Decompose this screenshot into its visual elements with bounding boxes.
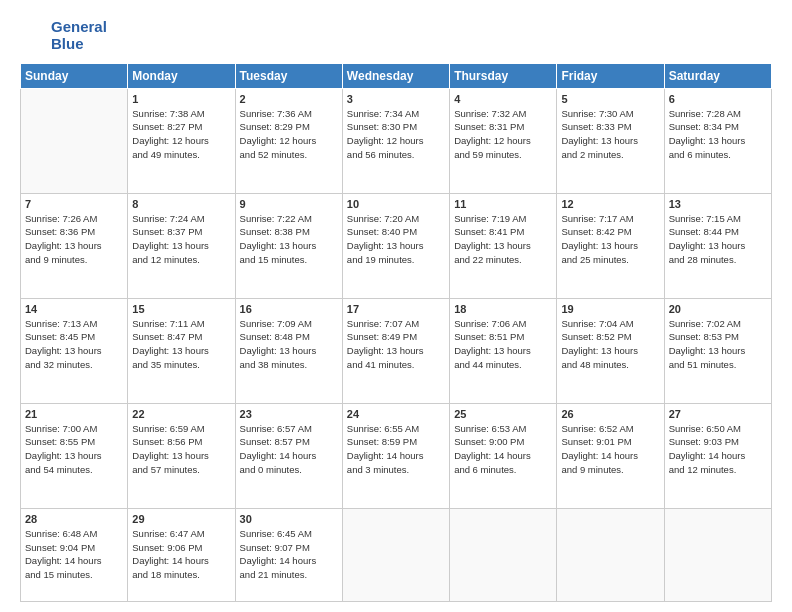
day-number: 16: [240, 303, 338, 315]
calendar-cell: [21, 88, 128, 193]
calendar-cell: 19Sunrise: 7:04 AMSunset: 8:52 PMDayligh…: [557, 298, 664, 403]
calendar-cell: 29Sunrise: 6:47 AMSunset: 9:06 PMDayligh…: [128, 508, 235, 601]
day-number: 10: [347, 198, 445, 210]
calendar-cell: 11Sunrise: 7:19 AMSunset: 8:41 PMDayligh…: [450, 193, 557, 298]
day-info: Sunrise: 6:52 AMSunset: 9:01 PMDaylight:…: [561, 422, 659, 477]
day-info: Sunrise: 7:28 AMSunset: 8:34 PMDaylight:…: [669, 107, 767, 162]
day-info: Sunrise: 7:07 AMSunset: 8:49 PMDaylight:…: [347, 317, 445, 372]
week-row-1: 1Sunrise: 7:38 AMSunset: 8:27 PMDaylight…: [21, 88, 772, 193]
calendar-cell: 15Sunrise: 7:11 AMSunset: 8:47 PMDayligh…: [128, 298, 235, 403]
calendar-cell: 14Sunrise: 7:13 AMSunset: 8:45 PMDayligh…: [21, 298, 128, 403]
calendar-cell: 12Sunrise: 7:17 AMSunset: 8:42 PMDayligh…: [557, 193, 664, 298]
calendar-cell: 17Sunrise: 7:07 AMSunset: 8:49 PMDayligh…: [342, 298, 449, 403]
day-number: 29: [132, 513, 230, 525]
calendar-cell: 30Sunrise: 6:45 AMSunset: 9:07 PMDayligh…: [235, 508, 342, 601]
day-info: Sunrise: 7:13 AMSunset: 8:45 PMDaylight:…: [25, 317, 123, 372]
calendar-cell: 6Sunrise: 7:28 AMSunset: 8:34 PMDaylight…: [664, 88, 771, 193]
weekday-header-row: SundayMondayTuesdayWednesdayThursdayFrid…: [21, 63, 772, 88]
weekday-header-wednesday: Wednesday: [342, 63, 449, 88]
calendar-cell: 28Sunrise: 6:48 AMSunset: 9:04 PMDayligh…: [21, 508, 128, 601]
calendar-cell: 8Sunrise: 7:24 AMSunset: 8:37 PMDaylight…: [128, 193, 235, 298]
day-info: Sunrise: 7:38 AMSunset: 8:27 PMDaylight:…: [132, 107, 230, 162]
calendar-cell: [664, 508, 771, 601]
calendar-cell: [557, 508, 664, 601]
calendar-cell: [342, 508, 449, 601]
day-info: Sunrise: 6:45 AMSunset: 9:07 PMDaylight:…: [240, 527, 338, 582]
week-row-5: 28Sunrise: 6:48 AMSunset: 9:04 PMDayligh…: [21, 508, 772, 601]
logo-line2: Blue: [51, 35, 107, 52]
calendar-cell: 3Sunrise: 7:34 AMSunset: 8:30 PMDaylight…: [342, 88, 449, 193]
calendar-cell: 5Sunrise: 7:30 AMSunset: 8:33 PMDaylight…: [557, 88, 664, 193]
day-number: 2: [240, 93, 338, 105]
logo: GeneralBlue: [20, 18, 107, 53]
day-info: Sunrise: 7:22 AMSunset: 8:38 PMDaylight:…: [240, 212, 338, 267]
calendar-cell: 20Sunrise: 7:02 AMSunset: 8:53 PMDayligh…: [664, 298, 771, 403]
day-number: 5: [561, 93, 659, 105]
day-info: Sunrise: 7:36 AMSunset: 8:29 PMDaylight:…: [240, 107, 338, 162]
calendar-cell: 22Sunrise: 6:59 AMSunset: 8:56 PMDayligh…: [128, 403, 235, 508]
page: GeneralBlue SundayMondayTuesdayWednesday…: [0, 0, 792, 612]
day-info: Sunrise: 7:26 AMSunset: 8:36 PMDaylight:…: [25, 212, 123, 267]
day-number: 28: [25, 513, 123, 525]
weekday-header-friday: Friday: [557, 63, 664, 88]
day-number: 23: [240, 408, 338, 420]
logo-icon: [20, 21, 48, 49]
day-number: 18: [454, 303, 552, 315]
calendar-cell: 25Sunrise: 6:53 AMSunset: 9:00 PMDayligh…: [450, 403, 557, 508]
day-number: 14: [25, 303, 123, 315]
day-info: Sunrise: 7:06 AMSunset: 8:51 PMDaylight:…: [454, 317, 552, 372]
logo-text: GeneralBlue: [51, 18, 107, 53]
day-info: Sunrise: 7:34 AMSunset: 8:30 PMDaylight:…: [347, 107, 445, 162]
day-info: Sunrise: 6:57 AMSunset: 8:57 PMDaylight:…: [240, 422, 338, 477]
day-number: 6: [669, 93, 767, 105]
day-number: 21: [25, 408, 123, 420]
day-number: 30: [240, 513, 338, 525]
day-info: Sunrise: 7:17 AMSunset: 8:42 PMDaylight:…: [561, 212, 659, 267]
calendar-cell: 9Sunrise: 7:22 AMSunset: 8:38 PMDaylight…: [235, 193, 342, 298]
weekday-header-sunday: Sunday: [21, 63, 128, 88]
calendar-cell: [450, 508, 557, 601]
day-number: 27: [669, 408, 767, 420]
day-number: 24: [347, 408, 445, 420]
weekday-header-thursday: Thursday: [450, 63, 557, 88]
week-row-4: 21Sunrise: 7:00 AMSunset: 8:55 PMDayligh…: [21, 403, 772, 508]
day-info: Sunrise: 7:00 AMSunset: 8:55 PMDaylight:…: [25, 422, 123, 477]
calendar-cell: 16Sunrise: 7:09 AMSunset: 8:48 PMDayligh…: [235, 298, 342, 403]
weekday-header-saturday: Saturday: [664, 63, 771, 88]
day-info: Sunrise: 6:47 AMSunset: 9:06 PMDaylight:…: [132, 527, 230, 582]
day-info: Sunrise: 7:11 AMSunset: 8:47 PMDaylight:…: [132, 317, 230, 372]
calendar-cell: 10Sunrise: 7:20 AMSunset: 8:40 PMDayligh…: [342, 193, 449, 298]
day-number: 25: [454, 408, 552, 420]
calendar-cell: 26Sunrise: 6:52 AMSunset: 9:01 PMDayligh…: [557, 403, 664, 508]
day-info: Sunrise: 7:02 AMSunset: 8:53 PMDaylight:…: [669, 317, 767, 372]
day-number: 20: [669, 303, 767, 315]
day-info: Sunrise: 7:30 AMSunset: 8:33 PMDaylight:…: [561, 107, 659, 162]
calendar-cell: 18Sunrise: 7:06 AMSunset: 8:51 PMDayligh…: [450, 298, 557, 403]
calendar-cell: 21Sunrise: 7:00 AMSunset: 8:55 PMDayligh…: [21, 403, 128, 508]
day-info: Sunrise: 7:24 AMSunset: 8:37 PMDaylight:…: [132, 212, 230, 267]
day-info: Sunrise: 6:53 AMSunset: 9:00 PMDaylight:…: [454, 422, 552, 477]
day-info: Sunrise: 7:20 AMSunset: 8:40 PMDaylight:…: [347, 212, 445, 267]
calendar-cell: 7Sunrise: 7:26 AMSunset: 8:36 PMDaylight…: [21, 193, 128, 298]
day-info: Sunrise: 7:15 AMSunset: 8:44 PMDaylight:…: [669, 212, 767, 267]
day-number: 11: [454, 198, 552, 210]
day-info: Sunrise: 6:59 AMSunset: 8:56 PMDaylight:…: [132, 422, 230, 477]
day-info: Sunrise: 7:19 AMSunset: 8:41 PMDaylight:…: [454, 212, 552, 267]
calendar-cell: 1Sunrise: 7:38 AMSunset: 8:27 PMDaylight…: [128, 88, 235, 193]
week-row-3: 14Sunrise: 7:13 AMSunset: 8:45 PMDayligh…: [21, 298, 772, 403]
day-info: Sunrise: 6:55 AMSunset: 8:59 PMDaylight:…: [347, 422, 445, 477]
day-number: 9: [240, 198, 338, 210]
day-number: 15: [132, 303, 230, 315]
calendar-cell: 2Sunrise: 7:36 AMSunset: 8:29 PMDaylight…: [235, 88, 342, 193]
week-row-2: 7Sunrise: 7:26 AMSunset: 8:36 PMDaylight…: [21, 193, 772, 298]
day-info: Sunrise: 6:48 AMSunset: 9:04 PMDaylight:…: [25, 527, 123, 582]
day-info: Sunrise: 6:50 AMSunset: 9:03 PMDaylight:…: [669, 422, 767, 477]
day-info: Sunrise: 7:32 AMSunset: 8:31 PMDaylight:…: [454, 107, 552, 162]
weekday-header-monday: Monday: [128, 63, 235, 88]
day-number: 3: [347, 93, 445, 105]
logo-line1: General: [51, 18, 107, 35]
weekday-header-tuesday: Tuesday: [235, 63, 342, 88]
day-number: 19: [561, 303, 659, 315]
day-number: 8: [132, 198, 230, 210]
day-number: 13: [669, 198, 767, 210]
